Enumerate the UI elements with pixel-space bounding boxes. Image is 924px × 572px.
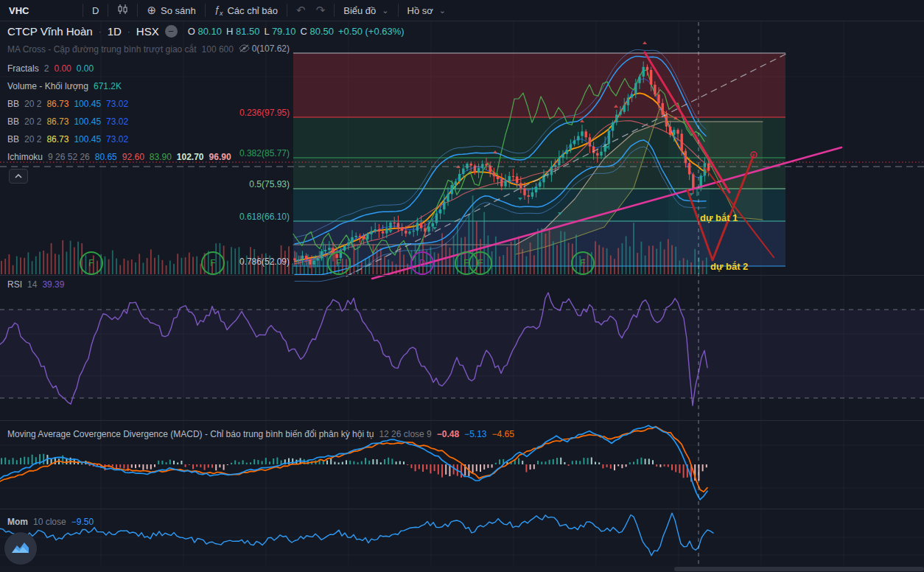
collapse-symbol-icon[interactable]: − [165, 25, 178, 38]
legend-row-mom[interactable]: Mom 10 close −9.50 [7, 515, 94, 529]
svg-text:D: D [419, 258, 426, 268]
legend-row-ichimoku[interactable]: Ichimoku 9 26 52 26 80.65 92.60 83.90 10… [7, 150, 231, 164]
exchange-label[interactable]: HSX [136, 25, 159, 38]
svg-text:F: F [336, 258, 341, 268]
redo-icon: ↷ [316, 4, 326, 17]
collapse-legend-button[interactable] [9, 169, 28, 184]
chart-menu-button[interactable]: Biểu đồ ⌄ [335, 0, 397, 21]
drawing-label-du-bat-2[interactable]: dự bắt 2 [710, 261, 748, 272]
platform-logo[interactable] [4, 532, 37, 565]
mountain-chart-icon [10, 537, 32, 559]
legend-row-ma-cross[interactable]: MA Cross - Cặp đường trung bình trượt gi… [7, 43, 250, 56]
close-value: 80.50 [309, 26, 334, 37]
fx-icon: ƒx [214, 4, 223, 17]
ohlc-values: O 80.10 H 81.50 L 79.10 C 80.50 +0.50 (+… [188, 26, 405, 37]
candlestick-icon [117, 4, 128, 17]
chevron-down-icon: ⌄ [439, 6, 446, 15]
undo-icon: ↶ [296, 4, 306, 17]
rsi-layer [0, 293, 924, 405]
low-value: 79.10 [272, 26, 296, 37]
legend-row-fractals[interactable]: Fractals 2 0.00 0.00 [7, 62, 94, 75]
fib-label-0786: 0.786(52.09) [0, 257, 290, 267]
fib-label-0618: 0.618(66.10) [0, 212, 290, 222]
symbol-name[interactable]: CTCP Vĩnh Hoàn [7, 25, 93, 38]
eye-slash-icon[interactable] [239, 44, 250, 55]
redo-button[interactable]: ↷ [315, 0, 335, 21]
chevron-down-icon: ⌄ [382, 6, 388, 15]
legend-row-macd[interactable]: Moving Average Covergence Divergence (MA… [7, 428, 514, 441]
fib-label-05: 0.5(75.93) [0, 179, 290, 189]
svg-text:F: F [463, 258, 469, 268]
circle-plus-icon: ⊕ [147, 4, 156, 17]
profile-menu-button[interactable]: Hồ sơ ⌄ [399, 0, 455, 21]
change-value: +0.50 (+0.63%) [338, 26, 405, 37]
interval-button[interactable]: D [83, 0, 108, 21]
symbol-button[interactable]: VHC [0, 0, 83, 21]
undo-button[interactable]: ↶ [287, 0, 315, 21]
interval-label[interactable]: 1D [108, 25, 122, 38]
indicators-button[interactable]: ƒx Các chỉ báo [206, 0, 287, 21]
legend-row-volume[interactable]: Volume - Khối lượng 671.2K [7, 80, 122, 93]
svg-text:F: F [580, 258, 585, 268]
mom-layer [0, 513, 713, 556]
chart-style-button[interactable] [108, 0, 137, 21]
high-value: 81.50 [236, 26, 260, 37]
svg-text:F: F [477, 258, 483, 268]
trading-app: VHC D ⊕ So sánh ƒx Các chỉ báo [0, 0, 924, 572]
symbol-title-row: CTCP Vĩnh Hoàn · 1D · HSX − O 80.10 H 81… [7, 25, 405, 38]
legend-row-bb2[interactable]: BB 20 2 86.73 100.45 73.02 [7, 115, 128, 128]
chart-canvas[interactable]: FFFFFFD [0, 0, 924, 572]
toolbar: VHC D ⊕ So sánh ƒx Các chỉ báo [0, 0, 924, 21]
open-value: 80.10 [197, 26, 222, 37]
legend-row-bb1[interactable]: BB 20 2 86.73 100.45 73.02 [7, 97, 128, 111]
legend-row-rsi[interactable]: RSI 14 39.39 [7, 278, 64, 291]
legend-row-bb3[interactable]: BB 20 2 86.73 100.45 73.02 [7, 133, 128, 146]
compare-button[interactable]: ⊕ So sánh [138, 0, 204, 21]
drawing-label-du-bat-1[interactable]: dự bắt 1 [700, 212, 738, 223]
